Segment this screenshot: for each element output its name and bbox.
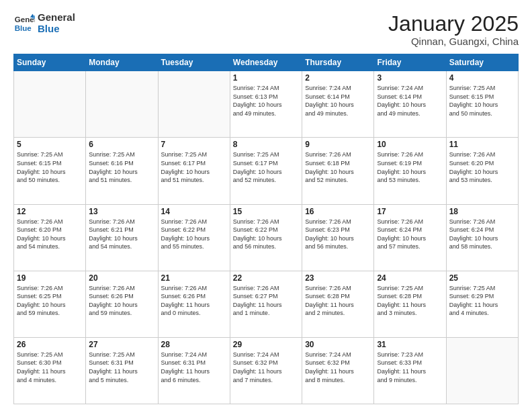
- calendar-cell: 16Sunrise: 7:26 AM Sunset: 6:23 PM Dayli…: [302, 204, 374, 271]
- weekday-header-sunday: Sunday: [14, 54, 86, 71]
- day-number: 28: [161, 340, 227, 349]
- day-info: Sunrise: 7:26 AM Sunset: 6:19 PM Dayligh…: [377, 150, 443, 184]
- day-info: Sunrise: 7:24 AM Sunset: 6:32 PM Dayligh…: [305, 351, 371, 384]
- calendar-cell: 25Sunrise: 7:25 AM Sunset: 6:29 PM Dayli…: [446, 271, 518, 337]
- day-number: 11: [449, 140, 515, 149]
- calendar-cell: 20Sunrise: 7:26 AM Sunset: 6:26 PM Dayli…: [86, 271, 158, 337]
- day-number: 13: [89, 207, 154, 216]
- day-number: 1: [233, 73, 299, 83]
- day-number: 6: [89, 140, 154, 149]
- calendar-cell: [86, 71, 158, 138]
- day-info: Sunrise: 7:25 AM Sunset: 6:31 PM Dayligh…: [89, 351, 154, 384]
- day-number: 5: [17, 140, 83, 149]
- week-row-5: 26Sunrise: 7:25 AM Sunset: 6:30 PM Dayli…: [14, 337, 519, 404]
- calendar-cell: 26Sunrise: 7:25 AM Sunset: 6:30 PM Dayli…: [14, 337, 86, 404]
- calendar-cell: 2Sunrise: 7:24 AM Sunset: 6:14 PM Daylig…: [302, 71, 374, 138]
- week-row-4: 19Sunrise: 7:26 AM Sunset: 6:25 PM Dayli…: [14, 271, 519, 337]
- calendar-cell: 3Sunrise: 7:24 AM Sunset: 6:14 PM Daylig…: [374, 71, 446, 138]
- logo-icon: General Blue: [13, 13, 35, 34]
- weekday-header-row: SundayMondayTuesdayWednesdayThursdayFrid…: [14, 54, 519, 71]
- calendar-cell: 24Sunrise: 7:25 AM Sunset: 6:28 PM Dayli…: [374, 271, 446, 337]
- calendar-cell: 27Sunrise: 7:25 AM Sunset: 6:31 PM Dayli…: [86, 337, 158, 404]
- logo: General Blue General Blue: [13, 12, 75, 34]
- calendar-cell: [446, 337, 518, 404]
- day-number: 15: [233, 207, 299, 216]
- calendar-cell: [14, 71, 86, 138]
- day-info: Sunrise: 7:25 AM Sunset: 6:29 PM Dayligh…: [449, 284, 515, 318]
- calendar-cell: 12Sunrise: 7:26 AM Sunset: 6:20 PM Dayli…: [14, 204, 86, 271]
- calendar-cell: 4Sunrise: 7:25 AM Sunset: 6:15 PM Daylig…: [446, 71, 518, 138]
- calendar-cell: 31Sunrise: 7:23 AM Sunset: 6:33 PM Dayli…: [374, 337, 446, 404]
- day-number: 30: [305, 340, 371, 349]
- day-info: Sunrise: 7:26 AM Sunset: 6:22 PM Dayligh…: [233, 218, 299, 251]
- header: General Blue General Blue January 2025 Q…: [13, 12, 519, 47]
- day-info: Sunrise: 7:26 AM Sunset: 6:27 PM Dayligh…: [233, 284, 299, 318]
- day-number: 10: [377, 140, 443, 149]
- week-row-3: 12Sunrise: 7:26 AM Sunset: 6:20 PM Dayli…: [14, 204, 519, 271]
- calendar-cell: 22Sunrise: 7:26 AM Sunset: 6:27 PM Dayli…: [230, 271, 302, 337]
- day-info: Sunrise: 7:26 AM Sunset: 6:23 PM Dayligh…: [305, 218, 371, 251]
- day-number: 23: [305, 273, 371, 283]
- day-number: 19: [17, 273, 83, 283]
- day-number: 3: [377, 73, 443, 83]
- weekday-header-thursday: Thursday: [302, 54, 374, 71]
- calendar-cell: 8Sunrise: 7:25 AM Sunset: 6:17 PM Daylig…: [230, 138, 302, 204]
- week-row-2: 5Sunrise: 7:25 AM Sunset: 6:15 PM Daylig…: [14, 138, 519, 204]
- week-row-1: 1Sunrise: 7:24 AM Sunset: 6:13 PM Daylig…: [14, 71, 519, 138]
- day-number: 25: [449, 273, 515, 283]
- calendar-cell: 29Sunrise: 7:24 AM Sunset: 6:32 PM Dayli…: [230, 337, 302, 404]
- day-info: Sunrise: 7:26 AM Sunset: 6:20 PM Dayligh…: [449, 150, 515, 184]
- day-number: 7: [161, 140, 227, 149]
- day-info: Sunrise: 7:26 AM Sunset: 6:26 PM Dayligh…: [161, 284, 227, 318]
- weekday-header-saturday: Saturday: [446, 54, 518, 71]
- calendar-cell: 15Sunrise: 7:26 AM Sunset: 6:22 PM Dayli…: [230, 204, 302, 271]
- day-number: 12: [17, 207, 83, 216]
- day-info: Sunrise: 7:25 AM Sunset: 6:15 PM Dayligh…: [17, 150, 83, 184]
- day-info: Sunrise: 7:26 AM Sunset: 6:24 PM Dayligh…: [377, 218, 443, 251]
- day-number: 8: [233, 140, 299, 149]
- calendar-cell: 30Sunrise: 7:24 AM Sunset: 6:32 PM Dayli…: [302, 337, 374, 404]
- calendar-cell: 18Sunrise: 7:26 AM Sunset: 6:24 PM Dayli…: [446, 204, 518, 271]
- day-info: Sunrise: 7:24 AM Sunset: 6:32 PM Dayligh…: [233, 351, 299, 384]
- day-number: 22: [233, 273, 299, 283]
- day-info: Sunrise: 7:26 AM Sunset: 6:18 PM Dayligh…: [305, 150, 371, 184]
- day-number: 14: [161, 207, 227, 216]
- day-info: Sunrise: 7:24 AM Sunset: 6:13 PM Dayligh…: [233, 84, 299, 118]
- weekday-header-friday: Friday: [374, 54, 446, 71]
- day-info: Sunrise: 7:24 AM Sunset: 6:14 PM Dayligh…: [305, 84, 371, 118]
- day-info: Sunrise: 7:26 AM Sunset: 6:22 PM Dayligh…: [161, 218, 227, 251]
- day-number: 20: [89, 273, 154, 283]
- calendar-table: SundayMondayTuesdayWednesdayThursdayFrid…: [13, 54, 519, 404]
- day-number: 16: [305, 207, 371, 216]
- calendar-cell: 21Sunrise: 7:26 AM Sunset: 6:26 PM Dayli…: [158, 271, 230, 337]
- location: Qinnan, Guangxi, China: [388, 36, 519, 47]
- calendar-cell: 5Sunrise: 7:25 AM Sunset: 6:15 PM Daylig…: [14, 138, 86, 204]
- day-number: 17: [377, 207, 443, 216]
- calendar-cell: 19Sunrise: 7:26 AM Sunset: 6:25 PM Dayli…: [14, 271, 86, 337]
- day-number: 2: [305, 73, 371, 83]
- day-info: Sunrise: 7:26 AM Sunset: 6:21 PM Dayligh…: [89, 218, 154, 251]
- page: General Blue General Blue January 2025 Q…: [0, 0, 532, 411]
- calendar-cell: [158, 71, 230, 138]
- month-title: January 2025: [388, 12, 519, 36]
- day-info: Sunrise: 7:26 AM Sunset: 6:25 PM Dayligh…: [17, 284, 83, 318]
- day-info: Sunrise: 7:24 AM Sunset: 6:31 PM Dayligh…: [161, 351, 227, 384]
- day-info: Sunrise: 7:26 AM Sunset: 6:20 PM Dayligh…: [17, 218, 83, 251]
- calendar-cell: 9Sunrise: 7:26 AM Sunset: 6:18 PM Daylig…: [302, 138, 374, 204]
- calendar-cell: 23Sunrise: 7:26 AM Sunset: 6:28 PM Dayli…: [302, 271, 374, 337]
- day-number: 18: [449, 207, 515, 216]
- day-number: 29: [233, 340, 299, 349]
- calendar-cell: 10Sunrise: 7:26 AM Sunset: 6:19 PM Dayli…: [374, 138, 446, 204]
- day-info: Sunrise: 7:25 AM Sunset: 6:30 PM Dayligh…: [17, 351, 83, 384]
- day-info: Sunrise: 7:25 AM Sunset: 6:28 PM Dayligh…: [377, 284, 443, 318]
- day-number: 21: [161, 273, 227, 283]
- logo-general-text: General: [38, 12, 75, 24]
- day-number: 26: [17, 340, 83, 349]
- day-number: 9: [305, 140, 371, 149]
- weekday-header-monday: Monday: [86, 54, 158, 71]
- day-number: 31: [377, 340, 443, 349]
- day-info: Sunrise: 7:26 AM Sunset: 6:24 PM Dayligh…: [449, 218, 515, 251]
- day-info: Sunrise: 7:25 AM Sunset: 6:16 PM Dayligh…: [89, 150, 154, 184]
- calendar-cell: 1Sunrise: 7:24 AM Sunset: 6:13 PM Daylig…: [230, 71, 302, 138]
- calendar-cell: 13Sunrise: 7:26 AM Sunset: 6:21 PM Dayli…: [86, 204, 158, 271]
